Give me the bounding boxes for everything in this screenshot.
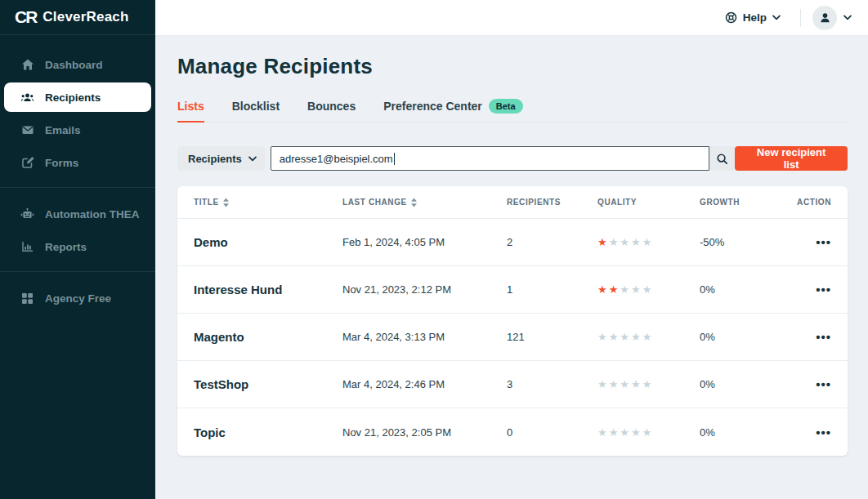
table-row: Magento Mar 4, 2024, 3:13 PM 121 ★★★★★ 0… <box>177 314 848 361</box>
page-title: Manage Recipients <box>177 54 848 79</box>
content: Manage Recipients Lists Blocklist Bounce… <box>155 36 868 499</box>
last-change-value: Feb 1, 2024, 4:05 PM <box>342 236 507 248</box>
chevron-down-icon <box>248 156 257 162</box>
avatar <box>812 6 837 30</box>
sidebar-item-agency-free[interactable]: Agency Free <box>4 283 151 313</box>
column-header-label: TITLE <box>194 198 219 207</box>
star-icon: ★ <box>597 331 609 343</box>
star-icon: ★ <box>609 236 620 248</box>
recipients-count: 121 <box>507 331 597 343</box>
beta-badge: Beta <box>489 99 523 114</box>
row-actions-menu-button[interactable]: ••• <box>809 423 831 442</box>
table-header-row: TITLE LAST CHANGE RECIPIENTS QUALITY GRO… <box>177 186 848 219</box>
row-actions-menu-button[interactable]: ••• <box>809 327 831 346</box>
sidebar-item-emails[interactable]: Emails <box>4 115 151 145</box>
help-label: Help <box>743 11 767 24</box>
star-icon: ★ <box>597 236 609 248</box>
envelope-icon <box>20 123 34 137</box>
new-recipient-list-button[interactable]: New recipient list <box>735 146 848 171</box>
tab-bar: Lists Blocklist Bounces Preference Cente… <box>177 99 848 123</box>
growth-value: 0% <box>700 378 782 390</box>
sidebar-item-recipients[interactable]: Recipients <box>4 82 151 112</box>
growth-value: 0% <box>700 283 782 296</box>
sidebar-item-dashboard[interactable]: Dashboard <box>4 50 151 79</box>
star-icon: ★ <box>620 283 631 296</box>
sidebar-item-label: Dashboard <box>45 59 103 71</box>
row-actions-menu-button[interactable]: ••• <box>809 233 831 252</box>
star-icon: ★ <box>609 378 620 390</box>
list-title-link[interactable]: Interesse Hund <box>194 283 342 296</box>
tab-blocklist[interactable]: Blocklist <box>232 99 280 122</box>
recipients-count: 3 <box>507 378 597 390</box>
tab-preference-center[interactable]: Preference Center Beta <box>383 99 522 122</box>
last-change-value: Mar 4, 2024, 2:46 PM <box>342 378 507 390</box>
last-change-value: Mar 4, 2024, 3:13 PM <box>342 331 507 343</box>
sidebar-divider <box>0 271 155 272</box>
row-actions-menu-button[interactable]: ••• <box>809 280 831 299</box>
column-header-label: LAST CHANGE <box>342 198 407 207</box>
last-change-value: Nov 21, 2023, 2:05 PM <box>342 426 507 439</box>
growth-value: 0% <box>700 426 782 439</box>
quality-rating: ★★★★★ <box>597 331 700 343</box>
column-header-recipients: RECIPIENTS <box>507 198 597 207</box>
star-icon: ★ <box>609 283 620 296</box>
column-header-title[interactable]: TITLE <box>194 198 342 207</box>
list-title-link[interactable]: TestShop <box>194 377 342 391</box>
quality-rating: ★★★★★ <box>597 236 700 248</box>
pen-square-icon <box>20 156 34 170</box>
account-menu[interactable] <box>812 6 852 30</box>
quality-rating: ★★★★★ <box>597 426 700 439</box>
star-icon: ★ <box>597 426 609 439</box>
recipients-count: 0 <box>507 426 597 439</box>
life-ring-icon <box>725 11 737 24</box>
users-icon <box>20 91 34 105</box>
search-input[interactable]: adresse1@beispiel.com <box>271 146 709 171</box>
sidebar-item-label: Agency Free <box>45 292 111 305</box>
star-icon: ★ <box>631 426 642 439</box>
table-row: Topic Nov 21, 2023, 2:05 PM 0 ★★★★★ 0% •… <box>177 408 848 456</box>
sort-icon <box>222 198 230 207</box>
tab-bounces[interactable]: Bounces <box>307 99 356 122</box>
table-row: TestShop Mar 4, 2024, 2:46 PM 3 ★★★★★ 0%… <box>177 361 848 408</box>
column-header-label: QUALITY <box>597 198 637 207</box>
star-icon: ★ <box>642 236 654 248</box>
list-title-link[interactable]: Topic <box>194 425 342 439</box>
search-filter-dropdown[interactable]: Recipients <box>177 146 265 171</box>
recipients-count: 1 <box>507 283 597 296</box>
row-actions-menu-button[interactable]: ••• <box>809 375 831 394</box>
star-icon: ★ <box>620 331 631 343</box>
list-title-link[interactable]: Magento <box>194 330 342 344</box>
column-header-label: ACTION <box>797 198 831 207</box>
sidebar-item-automation-thea[interactable]: Automation THEA <box>4 199 151 229</box>
sidebar-item-label: Recipients <box>45 91 101 104</box>
sidebar-item-forms[interactable]: Forms <box>4 148 151 177</box>
column-header-label: GROWTH <box>700 198 740 207</box>
topbar-divider <box>800 9 801 27</box>
tab-lists[interactable]: Lists <box>177 99 204 122</box>
star-icon: ★ <box>609 426 620 439</box>
star-icon: ★ <box>620 236 631 248</box>
list-title-link[interactable]: Demo <box>194 235 342 249</box>
search-input-value: adresse1@beispiel.com <box>280 153 393 165</box>
tab-label: Preference Center <box>383 100 482 113</box>
robot-icon <box>20 207 34 221</box>
chevron-down-icon <box>843 15 852 20</box>
search-button[interactable] <box>709 146 735 171</box>
star-icon: ★ <box>631 378 642 390</box>
table-row: Demo Feb 1, 2024, 4:05 PM 2 ★★★★★ -50% •… <box>177 219 848 266</box>
star-icon: ★ <box>597 283 609 296</box>
star-icon: ★ <box>631 331 642 343</box>
star-icon: ★ <box>620 378 631 390</box>
sidebar-item-label: Forms <box>45 157 78 169</box>
cleverreach-logo[interactable]: CR CleverReach <box>0 0 155 35</box>
chart-column-icon <box>20 240 34 254</box>
column-header-last-change[interactable]: LAST CHANGE <box>342 198 507 207</box>
cleverreach-logo-text: CleverReach <box>43 9 128 25</box>
star-icon: ★ <box>642 426 654 439</box>
star-icon: ★ <box>609 331 620 343</box>
star-icon: ★ <box>597 378 609 390</box>
sidebar-item-reports[interactable]: Reports <box>4 232 151 261</box>
help-menu[interactable]: Help <box>717 7 789 29</box>
sidebar: CR CleverReach Dashboard Recipients Emai… <box>0 0 155 499</box>
recipient-lists-table: TITLE LAST CHANGE RECIPIENTS QUALITY GRO… <box>177 186 848 456</box>
